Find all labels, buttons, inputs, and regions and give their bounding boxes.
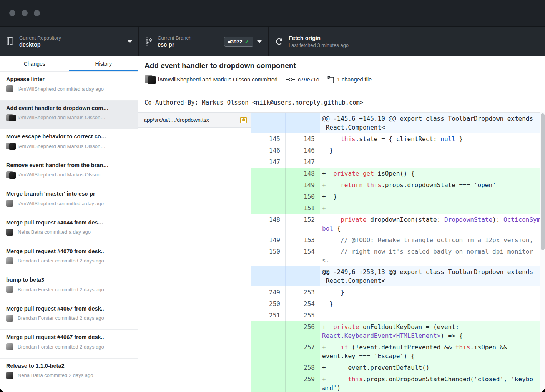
fetch-origin-button[interactable]: Fetch origin Last fetched 3 minutes ago: [268, 27, 400, 56]
commit-list-item[interactable]: Merge pull request #4057 from desk.. Bre…: [0, 301, 138, 330]
commit-list: Appease linter iAmWillShepherd committed…: [0, 72, 138, 392]
branch-name: esc-pr: [158, 41, 221, 48]
commit-meta: iAmWillShepherd committed a day ago: [18, 86, 104, 92]
scrollbar-thumb[interactable]: [541, 113, 545, 250]
commit-title: Merge pull request #4070 from desk..: [6, 248, 133, 254]
avatar: [6, 114, 15, 121]
branch-switcher-button[interactable]: Current Branch esc-pr #3972 ✓: [138, 27, 268, 56]
tab-history[interactable]: History: [69, 56, 138, 71]
file-item[interactable]: app/src/ui/t…/dropdown.tsx: [138, 113, 251, 128]
diff-view: @@ -145,6 +145,10 @@ export class Toolba…: [251, 113, 545, 392]
diff-row: @@ -249,6 +253,13 @@ export class Toolba…: [251, 266, 545, 286]
commit-meta: iAmWillShepherd and Markus Olsson…: [18, 143, 105, 149]
code-line: [320, 309, 545, 321]
traffic-light-zoom-button[interactable]: [34, 10, 40, 16]
avatar: [6, 314, 15, 322]
commit-sha[interactable]: c79e71c: [298, 76, 319, 83]
line-number-new: 258: [286, 362, 320, 373]
line-number-old: 250: [251, 298, 286, 309]
git-commit-icon: [286, 77, 295, 82]
commit-list-item[interactable]: Merge branch 'master' into esc-pr iAmWil…: [0, 186, 138, 215]
code-line: + private get isOpen() {: [320, 168, 545, 179]
commit-title: Merge pull request #4057 from desk..: [6, 306, 133, 312]
diff-row: 148 + private get isOpen() {: [251, 168, 545, 179]
code-line: + event.preventDefault(): [320, 362, 545, 373]
commit-list-item[interactable]: Add event handler to dropdown com… iAmWi…: [0, 101, 138, 130]
line-number-old: 145: [251, 133, 286, 145]
sync-icon: [275, 37, 283, 46]
toolbar: Current Repository desktop Current Branc…: [0, 26, 545, 56]
commit-title: Move escape behavior to correct co…: [6, 133, 133, 140]
commit-title: Merge branch 'master' into esc-pr: [6, 191, 133, 197]
commit-list-item[interactable]: Merge pull request #4067 from desk.. Bre…: [0, 330, 138, 359]
code-line: private dropdownIcon(state: DropdownStat…: [320, 214, 545, 234]
diff-row: 145 145 this.state = { clientRect: null …: [251, 133, 545, 145]
commit-list-item[interactable]: Appease linter iAmWillShepherd committed…: [0, 72, 138, 101]
diff-row: 249 253 }: [251, 286, 545, 298]
code-line: // right now it's scaled badly on normal…: [320, 246, 545, 266]
line-number-new: [286, 266, 320, 286]
line-number-old: [251, 341, 286, 362]
line-number-new: 153: [286, 234, 320, 246]
code-line: }: [320, 298, 545, 309]
avatar: [6, 199, 15, 207]
line-number-old: 147: [251, 156, 286, 168]
line-number-old: [251, 373, 286, 392]
tab-changes[interactable]: Changes: [0, 56, 69, 71]
diff-row: 150 + }: [251, 191, 545, 202]
diff-row: 149 153 // @TODO: Remake triangle octico…: [251, 234, 545, 246]
code-line: + this.props.onDropdownStateChanged('clo…: [320, 373, 545, 392]
commit-summary-title: Add event handler to dropdown component: [145, 61, 545, 70]
line-number-old: [251, 321, 286, 341]
commit-meta: Brendan Forster committed 2 days ago: [18, 287, 104, 292]
line-number-new: 152: [286, 214, 320, 234]
line-number-new: 253: [286, 286, 320, 298]
app-window: Current Repository desktop Current Branc…: [0, 0, 545, 392]
commit-list-item[interactable]: Move escape behavior to correct co… iAmW…: [0, 129, 138, 158]
commit-list-item[interactable]: Merge pull request #4051 from d…: [0, 387, 138, 392]
avatar: [6, 372, 15, 379]
avatar: [6, 286, 15, 293]
avatar: [6, 257, 15, 265]
commit-list-item[interactable]: Release to 1.1.0-beta2 Neha Batra commit…: [0, 359, 138, 387]
committer-avatars: [145, 75, 155, 84]
avatar: [6, 228, 15, 236]
commit-meta: iAmWillShepherd and Markus Olsson…: [18, 115, 105, 120]
git-branch-icon: [145, 37, 152, 46]
tab-changes-label: Changes: [24, 61, 45, 67]
line-number-old: 150: [251, 246, 286, 266]
commit-meta: Neha Batra committed 2 days ago: [18, 372, 93, 378]
commit-meta: Brendan Forster committed 2 days ago: [18, 315, 104, 321]
sidebar-tabbar: Changes History: [0, 56, 138, 72]
diff-row: 148 152 private dropdownIcon(state: Drop…: [251, 214, 545, 234]
traffic-light-minimize-button[interactable]: [22, 10, 28, 16]
line-number-new: 146: [286, 145, 320, 156]
commit-list-item[interactable]: Merge pull request #4044 from des… Neha …: [0, 215, 138, 244]
commit-meta: iAmWillShepherd and Markus Olsson…: [18, 172, 105, 178]
diff-row: 256 + private onFoldoutKeyDown = (event:…: [251, 321, 545, 341]
diff-row: @@ -145,6 +145,10 @@ export class Toolba…: [251, 113, 545, 133]
line-number-new: 147: [286, 156, 320, 168]
code-line: + return this.props.dropdownState === 'o…: [320, 179, 545, 191]
commit-meta: Brendan Forster committed 2 days ago: [18, 344, 104, 350]
line-number-old: [251, 266, 286, 286]
code-line: this.state = { clientRect: null }: [320, 133, 545, 145]
commit-title: Appease linter: [6, 76, 133, 82]
line-number-new: 255: [286, 309, 320, 321]
code-line: // @TODO: Remake triangle octicon in a 1…: [320, 234, 545, 246]
commit-list-item[interactable]: Merge pull request #4070 from desk.. Bre…: [0, 244, 138, 273]
commit-list-item[interactable]: bump to beta3 Brendan Forster committed …: [0, 272, 138, 301]
line-number-new: 259: [286, 373, 320, 392]
pr-status-badge[interactable]: #3972 ✓: [224, 37, 253, 47]
fetch-title: Fetch origin: [289, 35, 394, 42]
line-number-old: 149: [251, 234, 286, 246]
repository-switcher-button[interactable]: Current Repository desktop: [0, 27, 138, 56]
line-number-new: 154: [286, 246, 320, 266]
avatar: [6, 142, 15, 150]
chevron-down-icon: [128, 40, 132, 43]
line-number-new: 254: [286, 298, 320, 309]
commit-description: Co-Authored-By: Markus Olsson <niik@user…: [138, 93, 545, 113]
traffic-light-close-button[interactable]: [9, 10, 15, 16]
commit-list-item[interactable]: Remove event handler from the bran… iAmW…: [0, 158, 138, 187]
diff-row: 151 +: [251, 202, 545, 214]
